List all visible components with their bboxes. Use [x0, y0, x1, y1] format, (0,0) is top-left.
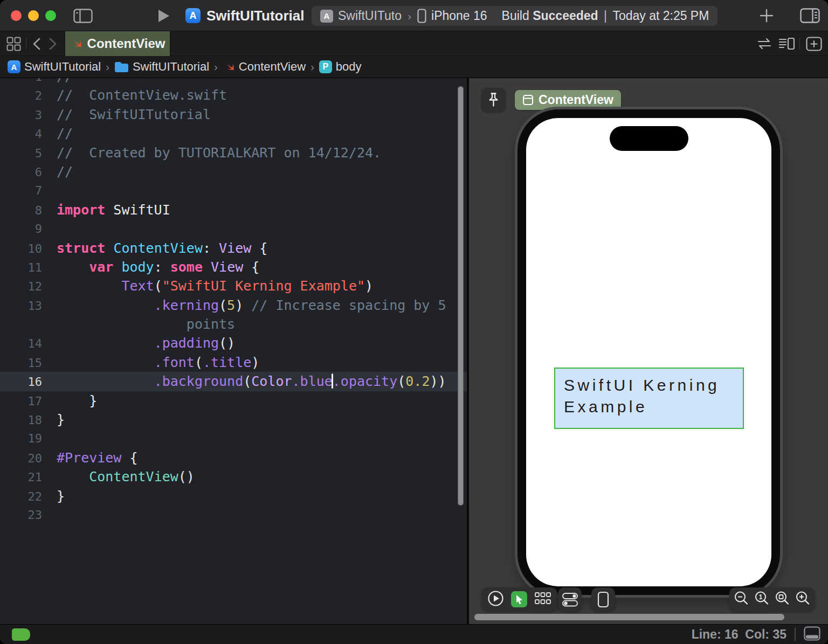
- toggle-navigator-button[interactable]: [73, 9, 93, 25]
- line-number[interactable]: 1: [0, 78, 42, 86]
- code-line[interactable]: 3// SwiftUITutorial: [0, 105, 468, 124]
- scheme-project-name[interactable]: SwiftUITuto: [338, 9, 402, 23]
- go-forward-button[interactable]: [47, 37, 59, 53]
- line-number[interactable]: 12: [0, 277, 42, 296]
- code-line[interactable]: 15 .font(.title): [0, 353, 468, 372]
- code-line[interactable]: 18}: [0, 410, 468, 429]
- code-line[interactable]: points: [0, 315, 468, 334]
- activity-status[interactable]: Build Succeeded | Today at 2:25 PM: [502, 9, 709, 23]
- line-number[interactable]: 8: [0, 201, 42, 220]
- code-line[interactable]: 13 .kerning(5) // Increase spacing by 5: [0, 296, 468, 315]
- go-back-button[interactable]: [31, 37, 43, 53]
- library-add-button[interactable]: [759, 8, 774, 25]
- line-number[interactable]: 17: [0, 392, 42, 411]
- code-line[interactable]: 5// Created by TUTORIALKART on 14/12/24.: [0, 143, 468, 162]
- code-line[interactable]: 23: [0, 505, 468, 524]
- tab-overview-button[interactable]: [6, 37, 21, 53]
- pin-preview-button[interactable]: [481, 88, 506, 112]
- dynamic-island: [610, 126, 688, 151]
- code-token: {: [121, 450, 137, 466]
- line-number[interactable]: 7: [0, 181, 42, 200]
- scheme-selector[interactable]: A SwiftUITuto › iPhone 16 Build Succeede…: [312, 6, 717, 26]
- code-line[interactable]: 7: [0, 181, 468, 200]
- toggle-inspector-button[interactable]: [800, 8, 820, 25]
- breadcrumb-project[interactable]: A SwiftUITutorial: [8, 60, 101, 74]
- code-line[interactable]: 2// ContentView.swift: [0, 86, 468, 105]
- line-number[interactable]: 13: [0, 296, 42, 315]
- zoom-100-button[interactable]: 1: [754, 590, 770, 608]
- code-line[interactable]: 20#Preview {: [0, 448, 468, 467]
- canvas-horizontal-scrollbar[interactable]: [474, 614, 784, 620]
- breadcrumb-symbol[interactable]: P body: [319, 60, 362, 74]
- line-number[interactable]: 16: [0, 372, 42, 391]
- editor-options-button[interactable]: [778, 37, 796, 52]
- breadcrumb-file[interactable]: ContentView: [223, 60, 306, 74]
- zoom-in-button[interactable]: [795, 590, 811, 608]
- live-preview-button[interactable]: [487, 590, 504, 608]
- code-line[interactable]: 14 .padding(): [0, 334, 468, 352]
- run-destination[interactable]: iPhone 16: [431, 9, 487, 23]
- variants-mode-button[interactable]: [534, 592, 551, 607]
- line-number[interactable]: 6: [0, 163, 42, 182]
- preview-device-button[interactable]: [591, 587, 615, 611]
- line-number[interactable]: 3: [0, 106, 42, 124]
- code-line[interactable]: 1//: [0, 78, 468, 86]
- scheme-app-icon: A: [320, 10, 333, 23]
- line-number[interactable]: 2: [0, 86, 42, 105]
- add-editor-icon: [806, 37, 822, 51]
- device-settings-button[interactable]: [558, 587, 582, 611]
- source-editor[interactable]: 1//2// ContentView.swift3// SwiftUITutor…: [0, 78, 468, 624]
- code-line[interactable]: 11 var body: some View {: [0, 258, 468, 276]
- line-number[interactable]: 23: [0, 505, 42, 524]
- zoom-out-button[interactable]: [733, 590, 750, 608]
- line-number[interactable]: 19: [0, 429, 42, 448]
- close-window-button[interactable]: [11, 10, 22, 21]
- code-line[interactable]: 10struct ContentView: View {: [0, 239, 468, 258]
- code-line[interactable]: 21 ContentView(): [0, 467, 468, 486]
- code-line[interactable]: 22}: [0, 487, 468, 505]
- line-number[interactable]: 15: [0, 354, 42, 372]
- code-token: (: [154, 278, 162, 294]
- line-number[interactable]: 9: [0, 219, 42, 238]
- line-number[interactable]: 21: [0, 468, 42, 487]
- toggles-icon: [562, 592, 578, 607]
- line-number[interactable]: 4: [0, 124, 42, 143]
- selectable-mode-button[interactable]: [511, 591, 527, 607]
- code-token: // SwiftUITutorial: [57, 107, 211, 122]
- line-number[interactable]: 5: [0, 144, 42, 163]
- code-token: //: [57, 164, 73, 179]
- chevron-right-icon: ›: [310, 61, 314, 73]
- run-button[interactable]: [157, 9, 170, 25]
- editor-vertical-scrollbar[interactable]: [458, 86, 464, 505]
- add-editor-button[interactable]: [806, 37, 822, 53]
- preview-name-chip[interactable]: ContentView: [515, 90, 621, 110]
- code-lines: 1//2// ContentView.swift3// SwiftUITutor…: [0, 78, 468, 524]
- line-number[interactable]: 20: [0, 449, 42, 468]
- line-number[interactable]: 11: [0, 258, 42, 277]
- kerning-text-view[interactable]: SwiftUI Kerning Example: [554, 368, 744, 429]
- fullscreen-window-button[interactable]: [45, 10, 56, 21]
- code-line[interactable]: 8import SwiftUI: [0, 200, 468, 219]
- breadcrumb-label: ContentView: [239, 60, 306, 74]
- line-number[interactable]: 14: [0, 334, 42, 353]
- code-line[interactable]: 6//: [0, 162, 468, 181]
- line-number[interactable]: 22: [0, 487, 42, 506]
- window-controls: [11, 10, 56, 21]
- code-line[interactable]: 12 Text("SwiftUI Kerning Example"): [0, 276, 468, 295]
- line-number[interactable]: 10: [0, 239, 42, 258]
- zoom-to-fit-button[interactable]: [774, 590, 791, 608]
- breadcrumb-group[interactable]: SwiftUITutorial: [114, 60, 209, 74]
- line-number[interactable]: 18: [0, 411, 42, 430]
- variants-grid-icon: [534, 592, 551, 606]
- code-line-current[interactable]: 16 .background(Color.blue.opacity(0.2)): [0, 372, 468, 391]
- toggle-debug-area-button[interactable]: [804, 626, 820, 642]
- tab-contentview[interactable]: ContentView: [65, 31, 170, 56]
- code-token: [57, 278, 121, 294]
- code-line[interactable]: 19: [0, 429, 468, 448]
- related-items-button[interactable]: [756, 37, 772, 52]
- code-line[interactable]: 4//: [0, 124, 468, 143]
- code-line[interactable]: 17 }: [0, 391, 468, 410]
- code-line[interactable]: 9: [0, 219, 468, 238]
- minimize-window-button[interactable]: [28, 10, 39, 21]
- code-text: }: [42, 487, 65, 505]
